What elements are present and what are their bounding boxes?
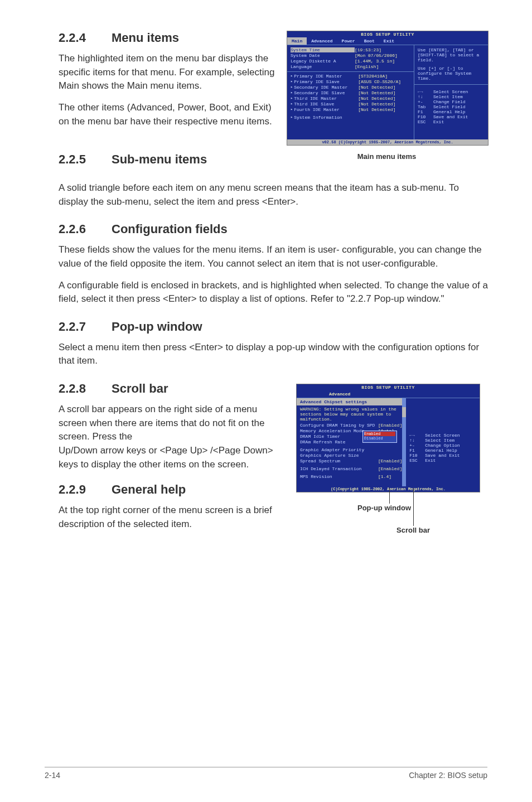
bios2-row-mps[interactable]: MPS Revision[1.4] [300,474,402,480]
bios2-ss-label: Spread Spectrum [300,458,378,463]
bios1-caption: Main menu items [285,152,489,161]
heading-228: 2.2.8Scroll bar [59,381,278,396]
bios1-row-time[interactable]: System Time[19:53:23] [291,47,410,53]
heading-225: 2.2.5Sub-menu items [59,152,278,167]
bios1-help: Use [ENTER], [TAB] or [SHIFT-TAB] to sel… [414,45,488,139]
bios1-pim-value: [ST320410A] [358,74,388,79]
bios1-tabs: Main Advanced Power Boot Exit [287,37,488,45]
section-225-body: A solid triangle before each item on any… [59,181,489,209]
bios1-k7l: ESC [418,119,433,124]
bios1-row-tis[interactable]: Third IDE Slave[Not Detected] [291,102,410,107]
bios1-k4l: Tab [418,104,433,109]
bios2-row-idt[interactable]: ICH Delayed Transaction[Enabled] [300,466,402,472]
heading-229: 2.2.9General help [59,482,278,497]
bios2-scrollbar-thumb[interactable] [402,407,406,417]
bios2-ss-value: [Enabled] [378,458,402,463]
bios2-idt-label: ICH Delayed Transaction [300,466,378,471]
bios1-sis-label: Secondary IDE Slave [294,90,358,95]
scrollbar-label: Scroll bar [396,526,430,534]
bios1-k6r: Save and Exit [433,114,468,119]
bios1-row-tim[interactable]: Third IDE Master[Not Detected] [291,96,410,102]
bios2-gap-label: Graphic Adapter Priority [300,447,378,452]
p-224-1: The highlighted item on the menu bar dis… [59,52,278,93]
bios2-scrollbar[interactable] [402,398,406,486]
p-224-2: The other items (Advanced, Power, Boot, … [59,101,278,128]
heading-225-title: Sub-menu items [112,152,207,166]
bios1-tab-boot[interactable]: Boot [360,37,379,45]
p-227-1: Select a menu item then press <Enter> to… [59,341,489,368]
p-225-1: A solid triangle before each item on any… [59,181,489,209]
bios2-row-gap[interactable]: Graphic Adapter Priority [300,447,402,453]
bios2-popup-opt1[interactable]: Enabled [364,432,395,436]
bios1-legacy-label: Legacy Diskette A [291,59,355,64]
bios1-body: System Time[19:53:23] System Date[Mon 07… [287,45,488,139]
heading-227-title: Pop-up window [112,320,202,334]
heading-224-title: Menu items [112,31,179,45]
bios1-tim-value: [Not Detected] [358,96,395,101]
bios2-row-gas[interactable]: Graphics Aperture Size [300,453,402,458]
bios1-keys: ←→Select Screen ↑↓Select Item +-Change F… [418,89,485,124]
bios1-k2r: Select Item [433,94,463,99]
spacer [300,480,402,484]
bios1-tab-exit[interactable]: Exit [379,37,399,45]
heading-226-title: Configuration fields [112,222,228,236]
bios1-k5r: General Help [433,109,466,114]
bios1-tab-power[interactable]: Power [337,37,360,45]
bios2-popup-opt2[interactable]: Disabled [364,436,395,441]
bios2-body: Advanced Chipset settings WARNING: Setti… [297,398,480,486]
bios2-tabs: Advanced [297,390,480,398]
bios2-row-cdt[interactable]: Configure DRAM Timing by SPD[Enabled] [300,423,402,428]
bios1-row-fim[interactable]: Fourth IDE Master[Not Detected] [291,107,410,113]
section-228: 2.2.8Scroll bar A scroll bar appears on … [59,381,489,539]
bios2-row-ss[interactable]: Spread Spectrum[Enabled] [300,458,402,464]
section-225-row: 2.2.5Sub-menu items Main menu items [59,152,489,173]
bios1-sis-value: [Not Detected] [358,90,395,95]
bios1-separator [287,71,414,72]
footer-chapter: Chapter 2: BIOS setup [409,771,487,780]
bios1-k4r: Select Field [433,104,466,109]
heading-227-num: 2.2.7 [59,320,112,334]
heading-228-num: 2.2.8 [59,381,112,396]
footer-page: 2-14 [45,771,60,780]
bios1-main: System Time[19:53:23] System Date[Mon 07… [287,45,414,139]
bios1-tis-value: [Not Detected] [358,102,395,107]
bios1-k6l: F10 [418,114,433,119]
bios1-row-pis[interactable]: Primary IDE Slave[ASUS CD-S520/A] [291,79,410,85]
bios1-caption-col: Main menu items [285,152,489,173]
spacer [291,120,410,137]
popup-label: Pop-up window [357,504,411,512]
bios2-keys: ←→Select Screen ↑↓Select Item +-Change O… [409,433,476,463]
bios1-lang-value: [English] [355,64,379,69]
bios-screenshot-2: BIOS SETUP UTILITY Advanced Advanced Chi… [296,384,480,492]
bios2-popup[interactable]: Enabled Disabled [362,431,397,443]
bios2-tab-advanced[interactable]: Advanced [325,390,355,398]
heading-226-num: 2.2.6 [59,222,112,236]
bios1-lang-label: Language [291,64,355,69]
bios2-k5l: F10 [409,453,425,458]
bios2-mps-label: MPS Revision [300,474,378,479]
bios2-k1l: ←→ [409,433,425,438]
bios1-help1: Use [ENTER], [TAB] or [SHIFT-TAB] to sel… [418,47,485,62]
bios1-row-lang[interactable]: Language[English] [291,64,410,70]
section-225-heading-col: 2.2.5Sub-menu items [59,152,285,173]
bios1-time-label: System Time [291,47,355,52]
bios1-row-sim[interactable]: Secondary IDE Master[Not Detected] [291,85,410,90]
bios2-tab-spacer [297,390,325,398]
bios2-cdt-label: Configure DRAM Timing by SPD [300,423,378,428]
bios1-row-sis[interactable]: Secondary IDE Slave[Not Detected] [291,90,410,96]
bios1-row-legacy[interactable]: Legacy Diskette A[1.44M, 3.5 in] [291,59,410,64]
bios1-row-sysinfo[interactable]: System Information [291,115,410,120]
p-226-1: These fields show the values for the men… [59,243,489,270]
bios1-tab-advanced[interactable]: Advanced [307,37,337,45]
p-228-1: A scroll bar appears on the right side o… [59,403,278,444]
bios2-header: Advanced Chipset settings [297,398,405,405]
heading-229-title: General help [112,482,186,496]
bios1-k3r: Change Field [433,99,466,104]
bios2-mps-value: [1.4] [378,474,391,479]
bios1-row-pim[interactable]: Primary IDE Master[ST320410A] [291,74,410,79]
bios1-sim-label: Secondary IDE Master [294,85,358,90]
bios2-k2l: ↑↓ [409,438,425,443]
heading-227: 2.2.7Pop-up window [59,320,489,334]
bios1-tab-main[interactable]: Main [287,37,307,45]
bios1-row-date[interactable]: System Date[Mon 07/05/2006] [291,53,410,59]
